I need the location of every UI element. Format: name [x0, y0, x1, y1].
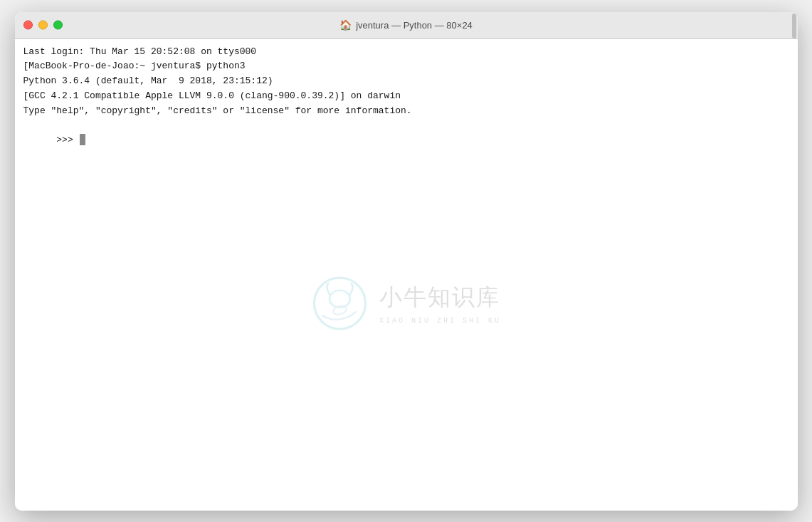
- titlebar: 🏠 jventura — Python — 80×24: [15, 12, 798, 39]
- window-title: 🏠 jventura — Python — 80×24: [339, 19, 473, 31]
- terminal-line-2: [MacBook-Pro-de-Joao:~ jventura$ python3: [23, 59, 789, 74]
- svg-point-1: [329, 290, 350, 307]
- cursor: [80, 134, 85, 145]
- svg-point-0: [314, 278, 365, 329]
- watermark-pinyin-text: XIAO NIU ZHI SHI KU: [379, 315, 501, 326]
- home-icon: 🏠: [339, 19, 352, 31]
- terminal-line-4: [GCC 4.2.1 Compatible Apple LLVM 9.0.0 (…: [23, 89, 789, 104]
- window-controls: [23, 21, 63, 30]
- terminal-line-3: Python 3.6.4 (default, Mar 9 2018, 23:15…: [23, 74, 789, 89]
- watermark-text: 小牛知识库 XIAO NIU ZHI SHI KU: [379, 280, 501, 326]
- watermark-chinese-text: 小牛知识库: [379, 280, 501, 314]
- scrollbar-thumb[interactable]: [792, 14, 796, 38]
- terminal-line-1: Last login: Thu Mar 15 20:52:08 on ttys0…: [23, 45, 789, 60]
- terminal-prompt-line: >>>: [23, 118, 789, 162]
- close-button[interactable]: [23, 21, 33, 30]
- terminal-window: 🏠 jventura — Python — 80×24 Last login: …: [15, 12, 798, 511]
- minimize-button[interactable]: [38, 21, 48, 30]
- watermark-logo-svg: [311, 275, 368, 332]
- svg-point-2: [332, 304, 347, 315]
- watermark: 小牛知识库 XIAO NIU ZHI SHI KU: [311, 275, 501, 332]
- title-text: jventura — Python — 80×24: [356, 20, 473, 31]
- maximize-button[interactable]: [53, 21, 63, 30]
- terminal-body[interactable]: Last login: Thu Mar 15 20:52:08 on ttys0…: [15, 39, 798, 511]
- prompt-text: >>>: [56, 135, 78, 145]
- terminal-line-5: Type "help", "copyright", "credits" or "…: [23, 104, 789, 119]
- vertical-scrollbar[interactable]: [792, 12, 796, 38]
